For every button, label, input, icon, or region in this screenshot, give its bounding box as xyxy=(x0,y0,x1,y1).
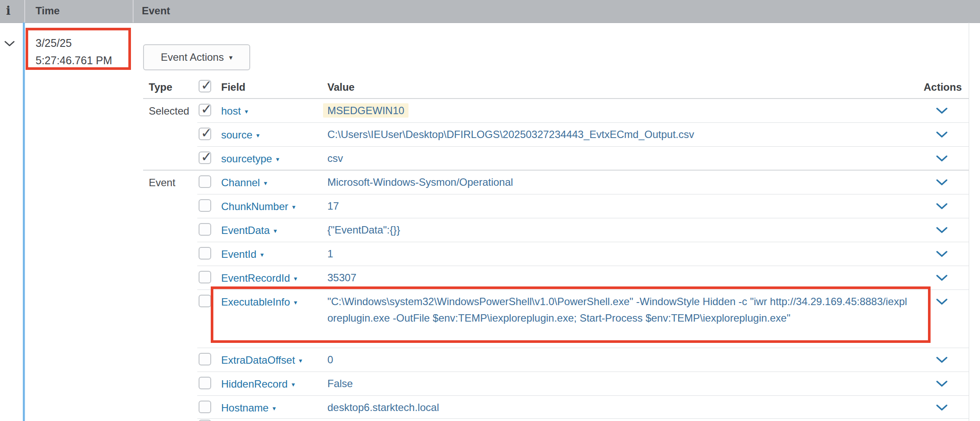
field-value[interactable]: {"EventData":{}} xyxy=(327,218,911,238)
dropdown-caret-icon: ▾ xyxy=(294,299,297,306)
field-value[interactable]: csv xyxy=(327,147,911,167)
field-checkbox[interactable] xyxy=(199,271,211,283)
field-checkbox[interactable] xyxy=(199,223,211,236)
type-column-header: Type xyxy=(149,75,172,99)
field-name-link[interactable]: ExecutableInfo▾ xyxy=(221,290,297,314)
chevron-down-icon xyxy=(936,131,948,138)
field-value[interactable]: 17 xyxy=(327,194,911,214)
field-name-link[interactable]: sourcetype▾ xyxy=(221,147,279,171)
chevron-down-icon xyxy=(936,179,948,186)
row-actions-button[interactable] xyxy=(936,274,950,282)
field-checkbox[interactable]: ✓ xyxy=(199,104,211,116)
field-row: ✓ sourcetype▾ csv xyxy=(143,147,969,171)
dropdown-caret-icon: ▾ xyxy=(291,381,295,388)
field-value[interactable]: MSEDGEWIN10 xyxy=(327,99,911,119)
row-actions-button[interactable] xyxy=(936,404,950,411)
field-checkbox[interactable] xyxy=(199,377,211,389)
dropdown-caret-icon: ▾ xyxy=(260,251,264,258)
select-all-fields-checkbox[interactable]: ✓ xyxy=(199,80,211,92)
event-actions-label: Event Actions xyxy=(161,51,224,63)
field-row: ✓ source▾ C:\Users\IEUser\Desktop\DFIRLO… xyxy=(143,123,969,147)
field-value[interactable]: C:\Users\IEUser\Desktop\DFIRLOGS\2025032… xyxy=(327,123,911,143)
event-column-header: Event xyxy=(142,5,170,17)
event-timestamp[interactable]: 3/25/25 5:27:46.761 PM xyxy=(36,34,112,69)
field-row: Selected ✓ host▾ MSEDGEWIN10 xyxy=(143,99,969,123)
field-checkbox[interactable] xyxy=(199,199,211,212)
field-row: ExecutableInfo▾ "C:\Windows\system32\Win… xyxy=(143,290,969,348)
field-checkbox[interactable] xyxy=(199,175,211,188)
dropdown-caret-icon: ▾ xyxy=(245,108,248,115)
row-actions-button[interactable] xyxy=(936,298,950,306)
row-actions-button[interactable] xyxy=(936,356,950,364)
field-checkbox[interactable] xyxy=(199,295,211,307)
checkmark-icon: ✓ xyxy=(201,101,212,117)
fields-table-header: Type ✓ Field Value Actions xyxy=(143,75,969,99)
field-checkbox[interactable] xyxy=(199,401,211,413)
field-value[interactable]: 35307 xyxy=(327,266,911,286)
event-date: 3/25/25 xyxy=(36,34,112,52)
row-actions-button[interactable] xyxy=(936,203,950,210)
field-row: HiddenRecord▾ False xyxy=(143,372,969,396)
field-name-link[interactable]: EventData▾ xyxy=(221,218,277,243)
chevron-down-icon xyxy=(936,274,948,282)
event-fields-table: Type ✓ Field Value Actions Selected ✓ ho… xyxy=(143,75,969,419)
row-actions-button[interactable] xyxy=(936,380,950,388)
field-row: EventData▾ {"EventData":{}} xyxy=(143,218,969,242)
table-right-border xyxy=(969,23,969,421)
field-name-link[interactable]: EventId▾ xyxy=(221,242,264,266)
field-checkbox[interactable]: ✓ xyxy=(199,151,211,164)
column-divider xyxy=(133,0,134,23)
chevron-down-icon xyxy=(936,356,948,364)
event-actions-button[interactable]: Event Actions ▾ xyxy=(143,44,250,70)
field-value[interactable]: Microsoft-Windows-Sysmon/Operational xyxy=(327,171,911,191)
field-name-link[interactable]: ExtraDataOffset▾ xyxy=(221,348,302,372)
time-column-header: Time xyxy=(36,5,60,17)
field-row: EventId▾ 1 xyxy=(143,242,969,266)
splunk-event-detail-view: i Time Event 3/25/25 5:27:46.761 PM Even… xyxy=(0,0,980,421)
field-checkbox[interactable] xyxy=(199,353,211,365)
chevron-down-icon xyxy=(936,203,948,210)
row-actions-button[interactable] xyxy=(936,250,950,258)
field-row: ExtraDataOffset▾ 0 xyxy=(143,348,969,372)
field-name-link[interactable]: Hostname▾ xyxy=(221,396,276,420)
chevron-down-icon xyxy=(936,107,948,115)
field-column-header: Field xyxy=(221,75,245,99)
row-actions-button[interactable] xyxy=(936,227,950,234)
expanded-row-indicator xyxy=(23,23,25,421)
field-name-link[interactable]: HiddenRecord▾ xyxy=(221,372,295,396)
field-value[interactable]: "C:\Windows\system32\WindowsPowerShell\v… xyxy=(327,290,911,326)
field-name-link[interactable]: ChunkNumber▾ xyxy=(221,194,295,219)
column-divider xyxy=(24,0,25,23)
chevron-down-icon xyxy=(936,380,948,388)
dropdown-caret-icon: ▾ xyxy=(294,275,297,282)
collapse-event-chevron-icon[interactable] xyxy=(4,40,15,48)
event-time: 5:27:46.761 PM xyxy=(36,52,112,69)
chevron-down-icon xyxy=(936,227,948,234)
row-actions-button[interactable] xyxy=(936,131,950,138)
row-actions-button[interactable] xyxy=(936,107,950,115)
field-value[interactable]: desktop6.starktech.local xyxy=(327,396,911,416)
dropdown-caret-icon: ▾ xyxy=(276,155,279,163)
field-checkbox[interactable] xyxy=(199,247,211,260)
dropdown-caret-icon: ▾ xyxy=(229,53,232,62)
field-name-link[interactable]: Channel▾ xyxy=(221,171,267,195)
field-row: Hostname▾ desktop6.starktech.local xyxy=(143,396,969,419)
field-type-label: Event xyxy=(149,171,175,194)
chevron-down-icon xyxy=(936,404,948,411)
row-actions-button[interactable] xyxy=(936,179,950,186)
field-value[interactable]: 0 xyxy=(327,348,911,368)
dropdown-caret-icon: ▾ xyxy=(256,132,260,139)
field-value[interactable]: False xyxy=(327,372,911,392)
field-name-link[interactable]: host▾ xyxy=(221,99,248,123)
row-actions-button[interactable] xyxy=(936,155,950,162)
dropdown-caret-icon: ▾ xyxy=(264,179,267,187)
field-name-link[interactable]: source▾ xyxy=(221,123,260,147)
field-value[interactable]: 1 xyxy=(327,242,911,262)
chevron-down-icon xyxy=(936,298,948,306)
field-checkbox[interactable]: ✓ xyxy=(199,128,211,140)
value-column-header: Value xyxy=(327,75,355,99)
dropdown-caret-icon: ▾ xyxy=(299,357,302,364)
checkmark-icon: ✓ xyxy=(201,149,212,165)
field-name-link[interactable]: EventRecordId▾ xyxy=(221,266,297,290)
checkmark-icon: ✓ xyxy=(201,77,212,93)
